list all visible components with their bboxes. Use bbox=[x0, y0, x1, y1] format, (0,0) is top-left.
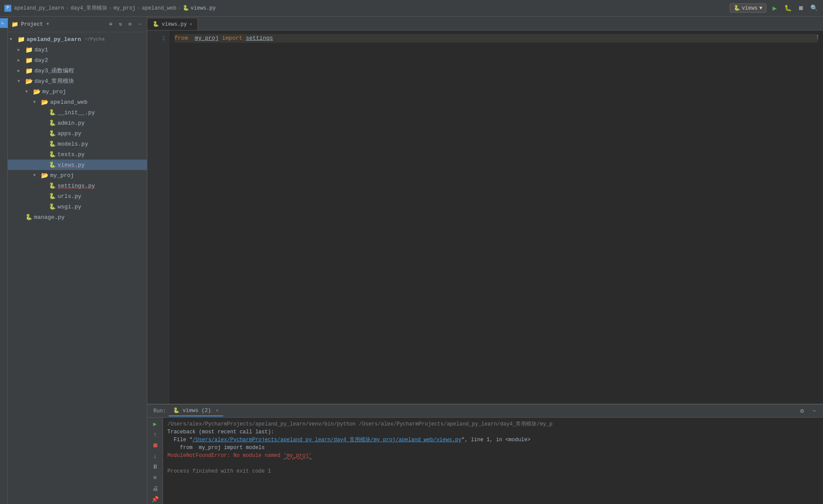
tab-icon: 🐍 bbox=[153, 21, 159, 27]
tree-init-py[interactable]: ▶ 🐍 __init__.py bbox=[8, 107, 147, 118]
breadcrumb: apeland_py_learn › day4_常用模块 › my_proj ›… bbox=[14, 4, 216, 12]
run-config-label: views bbox=[742, 5, 758, 11]
tree-manage-py[interactable]: ▶ 🐍 manage.py bbox=[8, 212, 147, 222]
day1-arrow-icon: ▶ bbox=[17, 47, 24, 52]
run-config-selector[interactable]: 🐍 views ▼ bbox=[730, 3, 766, 13]
error-squiggle: 'my_proj' bbox=[283, 453, 312, 459]
tree-admin-py[interactable]: ▶ 🐍 admin.py bbox=[8, 118, 147, 128]
bottom-tab-close[interactable]: × bbox=[216, 408, 219, 413]
apps-label: apps.py bbox=[58, 130, 82, 137]
run-pin-btn[interactable]: 📌 bbox=[150, 495, 160, 504]
settings-file-icon: 🐍 bbox=[49, 182, 56, 189]
debug-button[interactable]: 🐛 bbox=[783, 3, 792, 13]
myproj1-arrow-icon: ▼ bbox=[25, 89, 31, 94]
breadcrumb-root[interactable]: apeland_py_learn bbox=[14, 5, 64, 11]
output-line-5: ModuleNotFoundError: No module named 'my… bbox=[167, 452, 819, 460]
settings-label: settings.py bbox=[58, 183, 95, 189]
editor-tab-views[interactable]: 🐍 views.py × bbox=[147, 18, 198, 30]
breadcrumb-sep-1: › bbox=[66, 6, 69, 11]
bottom-minimize-btn[interactable]: − bbox=[809, 406, 820, 416]
editor-tabs: 🐍 views.py × bbox=[147, 17, 823, 31]
search-button[interactable]: 🔍 bbox=[809, 3, 819, 13]
tree-tests-py[interactable]: ▶ 🐍 tests.py bbox=[8, 149, 147, 160]
bottom-tab-views[interactable]: 🐍 views (2) × bbox=[169, 405, 223, 416]
tree-views-py[interactable]: ▶ 🐍 views.py bbox=[8, 160, 147, 170]
tree-models-py[interactable]: ▶ 🐍 models.py bbox=[8, 139, 147, 149]
tree-my-proj-1[interactable]: ▼ 📂 my_proj bbox=[8, 86, 147, 97]
init-file-icon: 🐍 bbox=[49, 109, 56, 116]
wsgi-file-icon: 🐍 bbox=[49, 203, 56, 210]
tab-close-button[interactable]: × bbox=[190, 22, 193, 27]
editor-content: 1 from my_proj import settings ! bbox=[147, 31, 823, 404]
breadcrumb-apelandweb[interactable]: apeland_web bbox=[142, 5, 176, 11]
day4-arrow-icon: ▼ bbox=[17, 79, 24, 84]
tree-day1[interactable]: ▶ 📁 day1 bbox=[8, 44, 147, 55]
bottom-tab-label-text: views (2) bbox=[183, 408, 211, 414]
urls-file-icon: 🐍 bbox=[49, 193, 56, 200]
run-controls: ▶ ↑ ⏹ ↓ ⏸ ≡ 🖨 📌 bbox=[147, 418, 163, 504]
run-output[interactable]: /Users/alex/PycharmProjects/apeland_py_l… bbox=[163, 418, 823, 504]
apelandweb-folder-icon: 📂 bbox=[41, 99, 48, 106]
myproj2-arrow-icon: ▼ bbox=[33, 173, 39, 178]
models-file-icon: 🐍 bbox=[49, 140, 56, 147]
myproj1-folder-icon: 📂 bbox=[33, 88, 41, 95]
manage-label: manage.py bbox=[34, 214, 65, 221]
run-down-btn[interactable]: ↓ bbox=[150, 452, 160, 461]
tree-day3[interactable]: ▶ 📁 day3_函数编程 bbox=[8, 65, 147, 76]
id-my-proj: my_proj bbox=[195, 35, 219, 41]
sidebar-action-icons: ⊕ ⇅ ⚙ − bbox=[107, 20, 143, 28]
day4-label: day4_常用模块 bbox=[34, 77, 74, 85]
traceback-link[interactable]: /Users/alex/PycharmProjects/apeland_py_l… bbox=[193, 437, 462, 443]
sidebar-folder-icon: 📁 bbox=[11, 21, 18, 28]
sidebar-title: Project bbox=[21, 21, 43, 27]
run-button[interactable]: ▶ bbox=[770, 3, 779, 13]
tree-wsgi-py[interactable]: ▶ 🐍 wsgi.py bbox=[8, 201, 147, 212]
tree-urls-py[interactable]: ▶ 🐍 urls.py bbox=[8, 191, 147, 201]
sidebar-sort-icon[interactable]: ⇅ bbox=[116, 20, 124, 28]
breadcrumb-day4[interactable]: day4_常用模块 bbox=[71, 4, 107, 12]
run-label-text: Run: bbox=[153, 408, 166, 414]
code-area[interactable]: from my_proj import settings bbox=[169, 31, 823, 404]
title-bar-actions: 🐍 views ▼ ▶ 🐛 ⏹ 🔍 bbox=[730, 3, 819, 13]
kw-from: from bbox=[174, 35, 188, 41]
wsgi-label: wsgi.py bbox=[58, 204, 82, 210]
run-print-btn[interactable]: 🖨 bbox=[150, 484, 160, 494]
breadcrumb-sep-2: › bbox=[109, 6, 112, 11]
tree-my-proj-2[interactable]: ▼ 📂 my_proj bbox=[8, 170, 147, 180]
tree-root[interactable]: ▼ 📁 apeland_py_learn ~/Pycha bbox=[8, 34, 147, 44]
sidebar-header: 📁 Project ▼ ⊕ ⇅ ⚙ − bbox=[8, 17, 147, 32]
main-area: P 📁 Project ▼ ⊕ ⇅ ⚙ − ▼ 📁 apeland_py_lea… bbox=[0, 17, 823, 504]
code-line-1: from my_proj import settings bbox=[174, 34, 818, 43]
day2-folder-icon: 📁 bbox=[25, 57, 33, 64]
breadcrumb-views[interactable]: 🐍 views.py bbox=[183, 5, 216, 11]
project-tab[interactable]: P bbox=[0, 18, 8, 28]
bottom-settings-btn[interactable]: ⚙ bbox=[797, 406, 807, 416]
output-line-6 bbox=[167, 460, 819, 467]
sidebar-add-icon[interactable]: ⊕ bbox=[107, 20, 115, 28]
run-stop-btn[interactable]: ⏹ bbox=[150, 441, 160, 450]
sidebar-settings-icon[interactable]: ⚙ bbox=[126, 20, 134, 28]
tests-file-icon: 🐍 bbox=[49, 151, 56, 158]
bottom-tab-right-actions: ⚙ − bbox=[797, 406, 820, 416]
bottom-content: ▶ ↑ ⏹ ↓ ⏸ ≡ 🖨 📌 /Users/alex/PycharmProje… bbox=[147, 418, 823, 504]
day1-label: day1 bbox=[34, 47, 48, 53]
apelandweb-label: apeland_web bbox=[50, 99, 88, 106]
run-play-btn[interactable]: ▶ bbox=[150, 419, 160, 429]
run-config-icon: 🐍 bbox=[734, 5, 740, 11]
breadcrumb-myproj[interactable]: my_proj bbox=[113, 5, 135, 11]
output-line-2: Traceback (most recent call last): bbox=[167, 428, 819, 436]
day3-arrow-icon: ▶ bbox=[17, 68, 24, 73]
run-wrap-btn[interactable]: ≡ bbox=[150, 473, 160, 483]
run-pause-btn[interactable]: ⏸ bbox=[150, 463, 160, 472]
tree-settings-py[interactable]: ▶ 🐍 settings.py bbox=[8, 180, 147, 191]
day3-folder-icon: 📁 bbox=[25, 67, 33, 75]
tree-day4[interactable]: ▼ 📂 day4_常用模块 bbox=[8, 76, 147, 86]
sidebar-collapse-icon[interactable]: − bbox=[136, 20, 143, 28]
run-up-btn[interactable]: ↑ bbox=[150, 430, 160, 439]
stop-button[interactable]: ⏹ bbox=[796, 3, 806, 13]
tree-day2[interactable]: ▶ 📁 day2 bbox=[8, 55, 147, 65]
tree-apeland-web[interactable]: ▼ 📂 apeland_web bbox=[8, 97, 147, 107]
sidebar-dropdown-icon[interactable]: ▼ bbox=[46, 22, 49, 27]
admin-label: admin.py bbox=[58, 120, 85, 126]
tree-apps-py[interactable]: ▶ 🐍 apps.py bbox=[8, 128, 147, 139]
